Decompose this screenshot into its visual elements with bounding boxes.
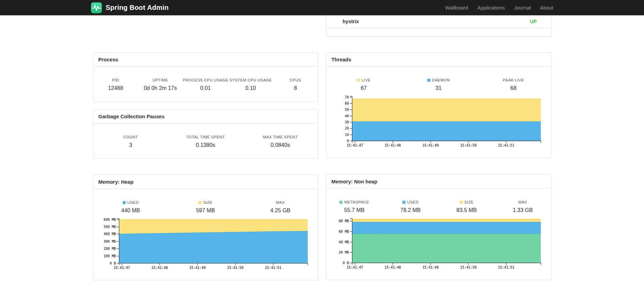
stat-value: 67: [326, 85, 401, 91]
gc-panel: Garbage Collection Pauses COUNT 3 TOTAL …: [93, 109, 318, 158]
brand-link[interactable]: Spring Boot Admin: [91, 2, 169, 14]
stat-label: MAX TIME SPENT: [243, 135, 318, 139]
svg-text:15:41:47: 15:41:47: [113, 266, 130, 270]
navbar-inner: Spring Boot Admin Wallboard Applications…: [91, 2, 553, 14]
svg-text:15:41:48: 15:41:48: [384, 143, 401, 147]
threads-chart: 01020304050607015:41:4715:41:4815:41:491…: [326, 91, 551, 149]
nav-wallboard[interactable]: Wallboard: [445, 5, 468, 11]
svg-text:0 B: 0 B: [109, 261, 116, 265]
svg-text:15:41:48: 15:41:48: [151, 266, 168, 270]
threads-panel-title: Threads: [326, 52, 551, 66]
memory-heap-title: Memory: Heap: [93, 175, 318, 189]
stat-gc-max-time: MAX TIME SPENT 0.0840s: [243, 135, 318, 148]
stat-label: DAEMON: [401, 78, 476, 82]
stat-threads-daemon: DAEMON 31: [401, 78, 476, 91]
stat-label: PROCESS CPU USAGE: [183, 78, 228, 82]
svg-text:15:41:47: 15:41:47: [347, 265, 363, 269]
stat-value: 83.5 MB: [439, 207, 495, 213]
stat-label: USED: [93, 200, 168, 204]
svg-text:20 MB: 20 MB: [338, 250, 349, 254]
app-logo-icon: [91, 2, 102, 14]
stat-value: 0.1380s: [168, 142, 243, 148]
stat-label: METASPACE: [326, 200, 383, 204]
threads-panel: Threads LIVE 67 DAEMON 31 PEAK LIVE 68 0…: [326, 52, 551, 158]
nav-about[interactable]: About: [540, 5, 553, 11]
process-stats: PID 12488 UPTIME 0d 0h 2m 17s PROCESS CP…: [93, 66, 318, 91]
svg-text:60: 60: [344, 102, 349, 105]
stat-metaspace: METASPACE 55.7 MB: [326, 200, 383, 213]
stat-gc-total-time: TOTAL TIME SPENT 0.1380s: [168, 135, 243, 148]
svg-text:0: 0: [347, 139, 349, 143]
stat-value: 31: [401, 85, 476, 91]
stat-label: MAX: [243, 200, 318, 204]
stat-label: SIZE: [168, 200, 243, 204]
stat-uptime: UPTIME 0d 0h 2m 17s: [138, 78, 183, 91]
stat-value: 78.2 MB: [382, 207, 439, 213]
gc-panel-title: Garbage Collection Pauses: [93, 109, 318, 123]
stat-value: 3: [93, 142, 168, 148]
svg-text:15:41:50: 15:41:50: [460, 265, 476, 269]
memory-heap-panel: Memory: Heap USED 440 MB SIZE 597 MB MAX…: [93, 174, 318, 280]
stat-value: 4.25 GB: [243, 208, 318, 214]
legend-swatch-used-icon: [123, 201, 126, 204]
stat-label: MAX: [495, 200, 551, 204]
stat-label: USED: [382, 200, 439, 204]
svg-text:70: 70: [344, 95, 349, 99]
stat-value: 440 MB: [93, 208, 168, 214]
svg-text:15:41:49: 15:41:49: [422, 265, 439, 269]
stat-label: COUNT: [93, 135, 168, 139]
stat-gc-count: COUNT 3: [93, 135, 168, 148]
stat-value: 55.7 MB: [326, 207, 383, 213]
heap-legend: USED 440 MB SIZE 597 MB MAX 4.25 GB: [93, 189, 318, 214]
stat-heap-size: SIZE 597 MB: [168, 200, 243, 214]
svg-text:15:41:50: 15:41:50: [460, 143, 476, 147]
stat-threads-peak: PEAK LIVE 68: [476, 78, 551, 91]
nav-journal[interactable]: Journal: [514, 5, 531, 11]
svg-text:40 MB: 40 MB: [338, 240, 349, 244]
process-panel: Process PID 12488 UPTIME 0d 0h 2m 17s PR…: [93, 52, 318, 102]
application-status-panel: hystrix UP: [326, 15, 551, 37]
svg-text:10: 10: [344, 133, 349, 137]
stat-heap-used: USED 440 MB: [93, 200, 168, 214]
stat-value: 68: [476, 85, 551, 91]
stat-value: 0.0840s: [243, 142, 318, 148]
legend-swatch-metaspace-icon: [339, 201, 342, 204]
memory-heap-chart: 0 B100 MB200 MB300 MB400 MB500 MB600 MB1…: [93, 214, 318, 272]
svg-text:15:41:50: 15:41:50: [227, 266, 243, 270]
nav-applications[interactable]: Applications: [477, 5, 505, 11]
stat-process-cpu: PROCESS CPU USAGE 0.01: [183, 78, 228, 91]
gc-stats: COUNT 3 TOTAL TIME SPENT 0.1380s MAX TIM…: [93, 123, 318, 148]
legend-swatch-size-icon: [460, 201, 463, 204]
stat-label: CPUS: [273, 78, 318, 82]
application-name: hystrix: [343, 19, 359, 24]
memory-nonheap-panel: Memory: Non heap METASPACE 55.7 MB USED …: [326, 174, 551, 280]
stat-label: PEAK LIVE: [476, 78, 551, 82]
stat-label: PID: [93, 78, 138, 82]
stat-nonheap-max: MAX 1.33 GB: [495, 200, 551, 213]
svg-text:600 MB: 600 MB: [103, 218, 116, 222]
stat-label: LIVE: [326, 78, 401, 82]
nonheap-legend: METASPACE 55.7 MB USED 78.2 MB SIZE 83.5…: [326, 188, 551, 213]
stat-value: 0.01: [183, 85, 228, 91]
svg-text:500 MB: 500 MB: [103, 225, 116, 229]
stat-value: 12488: [93, 85, 138, 91]
svg-text:15:41:51: 15:41:51: [498, 265, 514, 269]
stat-label: UPTIME: [138, 78, 183, 82]
legend-swatch-live-icon: [357, 79, 360, 82]
status-badge: UP: [530, 19, 537, 24]
svg-text:15:41:49: 15:41:49: [189, 266, 205, 270]
stat-value: 8: [273, 85, 318, 91]
stat-cpus: CPUS 8: [273, 78, 318, 91]
svg-text:15:41:51: 15:41:51: [265, 266, 281, 270]
svg-text:200 MB: 200 MB: [103, 247, 116, 250]
memory-nonheap-chart: 0 B20 MB40 MB60 MB80 MB15:41:4715:41:481…: [326, 213, 551, 271]
application-row[interactable]: hystrix UP: [326, 15, 551, 28]
stat-heap-max: MAX 4.25 GB: [243, 200, 318, 214]
memory-nonheap-title: Memory: Non heap: [326, 174, 551, 188]
legend-swatch-used-icon: [402, 201, 405, 204]
legend-swatch-size-icon: [198, 201, 201, 204]
process-panel-title: Process: [93, 52, 318, 66]
stat-threads-live: LIVE 67: [326, 78, 401, 91]
nav-links: Wallboard Applications Journal About: [436, 5, 553, 11]
stat-system-cpu: SYSTEM CPU USAGE 0.10: [228, 78, 273, 91]
